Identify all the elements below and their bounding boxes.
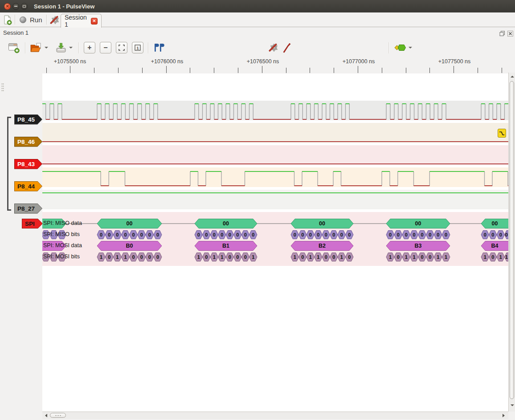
save-icon bbox=[56, 42, 66, 53]
time-ruler[interactable]: +1075500 ns+1076000 ns+1076500 ns+107700… bbox=[0, 57, 508, 73]
ruler-tick bbox=[478, 68, 478, 73]
ruler-tick bbox=[358, 66, 358, 73]
dock-close-button[interactable] bbox=[507, 30, 513, 37]
ruler-tick bbox=[70, 66, 70, 73]
session-tab[interactable]: Session 1 ✕ bbox=[61, 14, 102, 28]
device-config-button[interactable] bbox=[266, 41, 281, 54]
svg-text:0: 0 bbox=[301, 232, 304, 237]
arrow-down-icon bbox=[511, 404, 514, 406]
svg-text:0: 0 bbox=[148, 254, 151, 260]
ruler-tick bbox=[502, 68, 502, 73]
decoder-row-label[interactable]: SPI: MISO data bbox=[43, 220, 82, 226]
trigger-falling-edge-icon bbox=[499, 130, 505, 136]
save-button[interactable] bbox=[53, 41, 76, 54]
svg-text:0: 0 bbox=[421, 254, 423, 260]
svg-text:0: 0 bbox=[140, 254, 143, 260]
svg-text:0: 0 bbox=[413, 232, 416, 237]
svg-text:00: 00 bbox=[492, 220, 498, 227]
zoom-fit-button[interactable] bbox=[116, 42, 127, 53]
scroll-up-button[interactable] bbox=[510, 74, 515, 79]
tab-close-icon: ✕ bbox=[93, 19, 96, 23]
settings-button[interactable] bbox=[49, 14, 61, 26]
svg-text:1: 1 bbox=[445, 254, 447, 260]
channel-group-bracket[interactable] bbox=[7, 117, 11, 211]
dock-close-icon bbox=[507, 31, 513, 37]
zoom-out-button[interactable]: − bbox=[100, 42, 111, 53]
svg-text:0: 0 bbox=[397, 254, 400, 260]
new-view-button[interactable] bbox=[5, 41, 22, 54]
show-cursors-button[interactable] bbox=[151, 41, 168, 54]
svg-text:0: 0 bbox=[491, 232, 494, 237]
channel-tag-P8_27[interactable]: P8_27 bbox=[14, 204, 42, 214]
svg-text:0: 0 bbox=[429, 232, 431, 237]
channel-tag-label: P8_46 bbox=[15, 137, 42, 147]
svg-text:0: 0 bbox=[236, 254, 239, 260]
ruler-tick bbox=[406, 68, 406, 73]
trigger-marker[interactable] bbox=[498, 129, 506, 138]
ruler-tick bbox=[214, 68, 214, 73]
svg-text:0: 0 bbox=[132, 232, 135, 237]
svg-text:0: 0 bbox=[437, 232, 439, 237]
svg-text:1: 1 bbox=[505, 254, 508, 260]
svg-text:0: 0 bbox=[108, 254, 110, 260]
scroll-right-button[interactable] bbox=[501, 413, 506, 418]
channel-tag-label: P8_27 bbox=[15, 204, 42, 213]
toolbar-grip[interactable] bbox=[1, 83, 4, 92]
main-toolbar: + − 1 BeagleLogic bbox=[0, 39, 515, 56]
decoder-tag-label: SPI bbox=[22, 219, 42, 228]
window-maximize-button[interactable] bbox=[21, 3, 28, 10]
decoder-row-label[interactable]: SPI: MOSI bits bbox=[43, 253, 80, 260]
window-minimize-button[interactable] bbox=[12, 3, 19, 10]
scroll-down-button[interactable] bbox=[510, 403, 515, 408]
svg-text:0: 0 bbox=[236, 232, 239, 237]
ruler-label: +1075500 ns bbox=[54, 58, 86, 65]
svg-text:1: 1 bbox=[252, 254, 254, 260]
svg-text:0: 0 bbox=[421, 232, 423, 237]
add-decoder-button[interactable] bbox=[392, 41, 413, 54]
minimize-icon bbox=[14, 6, 17, 7]
svg-text:1: 1 bbox=[116, 254, 119, 260]
zoom-in-button[interactable]: + bbox=[84, 42, 95, 53]
waveform-canvas: 0000000000B0101100000000000000B110110001… bbox=[42, 73, 508, 412]
svg-text:1: 1 bbox=[484, 254, 486, 260]
svg-text:0: 0 bbox=[332, 254, 335, 260]
decoder-row-label[interactable]: SPI: MISO bits bbox=[43, 231, 80, 237]
svg-text:1: 1 bbox=[340, 254, 343, 260]
wrench-screwdriver-icon bbox=[268, 42, 279, 53]
svg-text:1: 1 bbox=[499, 254, 502, 260]
svg-text:0: 0 bbox=[445, 232, 447, 237]
waveform-view[interactable]: 0000000000B0101100000000000000B110110001… bbox=[42, 73, 508, 412]
svg-text:1: 1 bbox=[100, 254, 102, 260]
run-button[interactable]: Run bbox=[17, 14, 45, 26]
channel-tag-P8_44[interactable]: P8_44 bbox=[14, 181, 42, 192]
dock-float-button[interactable] bbox=[499, 30, 505, 37]
channels-button[interactable] bbox=[282, 41, 292, 54]
run-led-icon bbox=[20, 16, 26, 23]
channel-tag-P8_46[interactable]: P8_46 bbox=[14, 137, 42, 147]
svg-text:0: 0 bbox=[332, 232, 335, 237]
svg-text:0: 0 bbox=[405, 232, 408, 237]
horizontal-scrollbar-thumb[interactable] bbox=[50, 413, 66, 418]
channel-tag-P8_45[interactable]: P8_45 bbox=[14, 114, 42, 125]
vertical-scrollbar[interactable] bbox=[508, 73, 515, 412]
horizontal-scrollbar[interactable] bbox=[42, 412, 508, 419]
decoder-icon bbox=[393, 43, 407, 52]
channel-tag-P8_43[interactable]: P8_43 bbox=[14, 159, 42, 169]
scroll-left-button[interactable] bbox=[44, 413, 48, 418]
svg-text:1: 1 bbox=[197, 254, 200, 260]
new-session-button[interactable] bbox=[2, 14, 13, 26]
decoder-row-label[interactable]: SPI: MOSI data bbox=[43, 242, 82, 249]
tab-close-button[interactable]: ✕ bbox=[91, 18, 98, 24]
open-button[interactable] bbox=[28, 41, 51, 54]
ruler-label: +1077500 ns bbox=[438, 58, 471, 65]
decoder-menu-arrow-icon bbox=[409, 47, 412, 49]
zoom-one-to-one-button[interactable]: 1 bbox=[132, 42, 143, 53]
svg-text:0: 0 bbox=[156, 232, 159, 237]
svg-text:0: 0 bbox=[156, 254, 159, 260]
svg-text:0: 0 bbox=[148, 232, 151, 237]
svg-text:1: 1 bbox=[389, 254, 392, 260]
window-close-button[interactable]: ✕ bbox=[4, 3, 11, 10]
decoder-tag-spi[interactable]: SPI bbox=[22, 219, 43, 228]
vertical-scrollbar-thumb[interactable] bbox=[510, 81, 514, 399]
svg-text:0: 0 bbox=[205, 254, 208, 260]
